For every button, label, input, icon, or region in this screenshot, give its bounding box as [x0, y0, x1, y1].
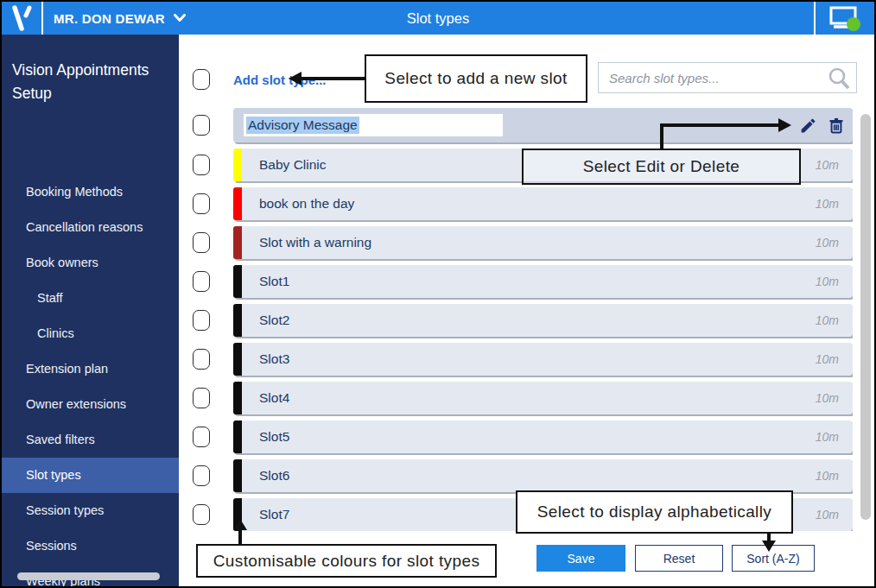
slot-color-bar[interactable]: [233, 382, 242, 414]
page-title: Slot types: [2, 2, 874, 35]
slot-duration: 10m: [816, 313, 839, 327]
row-checkbox[interactable]: [193, 232, 210, 253]
sidebar-nav: Booking Methods Cancellation reasons Boo…: [2, 174, 179, 588]
slot-duration: 10m: [816, 236, 839, 250]
trash-icon: [828, 117, 845, 135]
slot-name: Slot1: [259, 274, 289, 289]
annotation-edit-delete: Select Edit or Delete: [522, 149, 801, 185]
online-dot: [847, 17, 860, 31]
row-checkbox[interactable]: [193, 155, 210, 175]
slot-name-input[interactable]: Advisory Message: [244, 114, 503, 136]
slot-row-card[interactable]: Slot1 10m: [233, 265, 853, 298]
row-actions: [799, 108, 846, 142]
slot-row-card[interactable]: Slot3 10m: [233, 343, 853, 376]
sidebar-horizontal-scrollbar[interactable]: [17, 572, 160, 580]
slot-duration: 10m: [816, 352, 839, 366]
slot-row-card[interactable]: Slot4 10m: [233, 382, 853, 414]
slot-name: Slot3: [259, 351, 289, 367]
app-window: MR. DON DEWAR Slot types Vision Appointm…: [0, 0, 876, 588]
slot-color-bar[interactable]: [233, 187, 242, 220]
row-checkbox[interactable]: [193, 504, 210, 525]
slot-row-card[interactable]: Slot6 10m: [233, 459, 853, 492]
arrow-line: [660, 123, 779, 127]
header-divider-right: [814, 2, 816, 35]
list-row: Slot1 10m: [193, 265, 853, 298]
slot-color-bar[interactable]: [233, 304, 242, 337]
list-row: book on the day 10m: [193, 187, 853, 220]
slot-color-bar[interactable]: [233, 459, 242, 492]
slot-name: Slot4: [259, 390, 289, 406]
slot-duration: 10m: [816, 275, 839, 288]
row-checkbox[interactable]: [193, 193, 210, 214]
slot-name: book on the day: [259, 196, 354, 212]
slot-duration: 10m: [816, 158, 839, 172]
slot-row-card[interactable]: Slot with a warning 10m: [233, 226, 853, 259]
pencil-icon: [799, 117, 817, 135]
row-checkbox[interactable]: [193, 427, 210, 447]
slot-color-bar[interactable]: [233, 265, 242, 298]
arrow-head-down: [762, 541, 776, 552]
slot-duration: 10m: [816, 430, 839, 444]
arrow-head-left: [289, 72, 302, 85]
annotation-add-slot: Select to add a new slot: [365, 54, 587, 103]
slot-color-bar[interactable]: [233, 149, 242, 181]
delete-button[interactable]: [828, 117, 846, 135]
sidebar-item-book-owners[interactable]: Book owners: [2, 245, 179, 281]
sidebar-item-sessions[interactable]: Sessions: [2, 528, 179, 564]
arrow-line: [660, 123, 663, 149]
sidebar-item-owner-extensions[interactable]: Owner extensions: [2, 387, 179, 422]
slot-color-bar[interactable]: [233, 343, 242, 376]
list-row: Slot with a warning 10m: [193, 226, 853, 259]
slot-duration: 10m: [816, 508, 839, 522]
slot-row-card[interactable]: Slot2 10m: [233, 304, 853, 337]
slot-name: Baby Clinic: [259, 157, 327, 173]
monitor-icon: [828, 6, 862, 32]
list-row: Slot4 10m: [193, 382, 853, 414]
search-box: [598, 62, 857, 93]
list-vertical-scrollbar[interactable]: [860, 114, 871, 520]
slot-duration: 10m: [816, 469, 839, 483]
list-row: Slot3 10m: [193, 343, 853, 376]
top-bar: MR. DON DEWAR Slot types: [2, 2, 874, 35]
sidebar-item-slot-types[interactable]: Slot types: [2, 458, 179, 493]
select-all-checkbox[interactable]: [193, 69, 210, 90]
list-row: Slot6 10m: [193, 459, 853, 492]
search-input[interactable]: [609, 63, 816, 92]
slot-row-card[interactable]: book on the day 10m: [233, 187, 853, 220]
slot-name: Slot with a warning: [259, 235, 371, 250]
sidebar-item-saved-filters[interactable]: Saved filters: [2, 422, 179, 458]
list-row: Slot5 10m: [193, 420, 853, 453]
arrow-head-right: [778, 118, 791, 132]
sidebar-heading: Vision Appointments Setup: [12, 59, 172, 105]
sidebar-item-session-types[interactable]: Session types: [2, 493, 179, 528]
magnifier-icon[interactable]: [827, 66, 851, 94]
slot-name: Slot6: [259, 468, 289, 484]
sidebar: Vision Appointments Setup Booking Method…: [2, 35, 179, 586]
slot-name: Slot5: [259, 429, 289, 445]
reset-button[interactable]: Reset: [635, 545, 723, 572]
slot-color-bar[interactable]: [233, 420, 242, 453]
sidebar-item-clinics[interactable]: Clinics: [2, 316, 179, 351]
annotation-colours: Customisable colours for slot types: [196, 544, 497, 578]
slot-name: Slot2: [259, 313, 289, 328]
slot-duration: 10m: [816, 197, 839, 211]
slot-duration: 10m: [816, 391, 839, 405]
list-row: Slot2 10m: [193, 304, 853, 337]
slot-name: Slot7: [259, 507, 289, 522]
save-button[interactable]: Save: [536, 545, 625, 572]
row-checkbox[interactable]: [193, 115, 210, 136]
row-checkbox[interactable]: [193, 349, 210, 370]
sidebar-item-booking-methods[interactable]: Booking Methods: [2, 174, 179, 210]
sidebar-item-extension-plan[interactable]: Extension plan: [2, 351, 179, 387]
session-status-button[interactable]: [828, 6, 862, 32]
row-checkbox[interactable]: [193, 271, 210, 292]
slot-row-card[interactable]: Slot5 10m: [233, 420, 853, 453]
sidebar-item-staff[interactable]: Staff: [2, 281, 179, 316]
slot-color-bar[interactable]: [233, 226, 242, 259]
annotation-sort: Select to display alphabetically: [516, 490, 793, 534]
edit-button[interactable]: [799, 117, 817, 135]
row-checkbox[interactable]: [193, 388, 210, 408]
sidebar-item-cancellation-reasons[interactable]: Cancellation reasons: [2, 210, 179, 245]
row-checkbox[interactable]: [193, 465, 210, 486]
row-checkbox[interactable]: [193, 310, 210, 331]
